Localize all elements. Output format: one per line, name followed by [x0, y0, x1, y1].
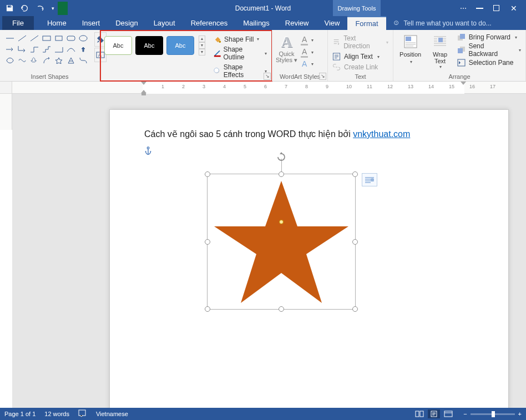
tab-references[interactable]: References — [183, 16, 235, 30]
print-layout-button[interactable] — [428, 409, 440, 418]
status-bar: Page 1 of 1 12 words Vietnamese − + — [0, 408, 526, 420]
group-wordart-styles: A QuickStyles ▾ A▾ A▾ A▾ WordArt Styles … — [272, 30, 328, 81]
maximize-button[interactable] — [490, 4, 503, 12]
shape-style-gallery[interactable]: Abc Abc Abc ▴▾▾ — [103, 32, 206, 59]
resize-handle-nw[interactable] — [205, 171, 210, 177]
addin-icon[interactable] — [58, 2, 68, 15]
shapes-gallery[interactable] — [3, 32, 90, 67]
vertical-ruler[interactable] — [0, 94, 12, 408]
ruler-tick: 2 — [182, 84, 185, 89]
zoom-slider[interactable] — [471, 413, 515, 415]
svg-rect-22 — [416, 411, 419, 417]
tab-layout[interactable]: Layout — [146, 16, 183, 30]
redo-button[interactable] — [33, 2, 48, 15]
style-preset-1[interactable]: Abc — [104, 36, 132, 55]
resize-handle-ne[interactable] — [352, 171, 358, 177]
ruler-tick: 11 — [367, 84, 372, 89]
svg-point-19 — [147, 147, 149, 149]
style-preset-2[interactable]: Abc — [135, 36, 163, 55]
svg-point-4 — [79, 36, 87, 41]
ruler-tick: 9 — [326, 84, 328, 89]
shape-outline-button[interactable]: Shape Outline▾ — [212, 45, 269, 62]
view-buttons — [413, 409, 454, 418]
ruler-tick: 14 — [428, 84, 434, 89]
tab-format[interactable]: Format — [347, 16, 386, 30]
rotate-handle[interactable] — [276, 152, 286, 162]
svg-rect-23 — [420, 411, 423, 417]
wordart-quick-styles[interactable]: A — [281, 33, 292, 51]
shape-styles-launcher[interactable]: ↘ — [264, 73, 271, 80]
tab-mailings[interactable]: Mailings — [235, 16, 277, 30]
group-label-wordart: WordArt Styles — [276, 72, 324, 80]
page: Cách vẽ ngôi sao 5 cánh trong WORD thực … — [109, 109, 509, 408]
quick-access-toolbar: ▾ — [0, 2, 75, 15]
tab-view[interactable]: View — [316, 16, 347, 30]
ribbon-options-button[interactable]: ⋯ — [457, 4, 469, 12]
status-proofing-icon[interactable] — [78, 409, 87, 418]
zoom-control[interactable]: − + — [463, 411, 522, 417]
tab-file[interactable]: File — [2, 16, 34, 30]
position-button[interactable]: Position▾ — [397, 32, 424, 67]
read-mode-button[interactable] — [413, 409, 426, 418]
zoom-in-button[interactable]: + — [518, 411, 522, 417]
shape-effects-button[interactable]: Shape Effects▾ — [212, 63, 269, 79]
group-arrange: Position▾ WrapText ▾ Bring Forward▾ Send… — [393, 30, 526, 81]
shape-selection[interactable] — [207, 174, 356, 310]
tell-me-search[interactable]: Tell me what you want to do... — [386, 16, 498, 30]
tab-review[interactable]: Review — [277, 16, 317, 30]
send-backward-button[interactable]: Send Backward▾ — [456, 42, 522, 58]
resize-handle-sw[interactable] — [205, 306, 210, 312]
resize-handle-s[interactable] — [279, 306, 284, 312]
tab-design[interactable]: Design — [108, 16, 145, 30]
group-label-insert-shapes: Insert Shapes — [3, 72, 96, 80]
svg-rect-12 — [406, 37, 411, 41]
title-bar: ▾ Document1 - Word Drawing Tools ⋯ ✕ — [0, 0, 526, 16]
resize-handle-e[interactable] — [352, 239, 358, 245]
text-direction-button[interactable]: Text Direction▾ — [332, 34, 388, 50]
web-layout-button[interactable] — [442, 409, 454, 418]
tab-home[interactable]: Home — [39, 16, 74, 30]
status-page[interactable]: Page 1 of 1 — [4, 411, 36, 417]
text-outline-button[interactable]: A▾ — [301, 47, 313, 58]
wordart-launcher[interactable]: ↘ — [319, 73, 326, 80]
hyperlink[interactable]: vnkythuat.com — [353, 129, 410, 139]
qat-customize[interactable]: ▾ — [49, 2, 57, 15]
bring-forward-button[interactable]: Bring Forward▾ — [456, 33, 522, 41]
resize-handle-se[interactable] — [352, 306, 358, 312]
svg-rect-25 — [444, 411, 452, 417]
resize-handle-n[interactable] — [279, 171, 284, 177]
ruler-tick: 13 — [408, 84, 413, 89]
ribbon-tabs: File Home Insert Design Layout Reference… — [0, 16, 526, 30]
selection-pane-button[interactable]: Selection Pane — [456, 59, 522, 67]
wrap-text-button[interactable]: WrapText ▾ — [426, 32, 453, 70]
shape-fill-button[interactable]: Shape Fill▾ — [212, 34, 269, 44]
document-text[interactable]: Cách vẽ ngôi sao 5 cánh trong WORD thực … — [144, 129, 410, 139]
create-link-button[interactable]: Create Link — [332, 63, 388, 72]
text-fill-button[interactable]: A▾ — [301, 35, 313, 45]
style-preset-3[interactable]: Abc — [166, 36, 194, 55]
text-effects-button[interactable]: A▾ — [301, 59, 313, 68]
star-shape[interactable] — [211, 178, 352, 306]
close-button[interactable]: ✕ — [506, 4, 522, 13]
status-language[interactable]: Vietnamese — [96, 411, 128, 417]
page-canvas[interactable]: Cách vẽ ngôi sao 5 cánh trong WORD thực … — [12, 94, 526, 408]
svg-rect-21 — [79, 410, 85, 416]
style-gallery-spinner[interactable]: ▴▾▾ — [199, 36, 205, 55]
save-button[interactable] — [2, 2, 17, 15]
ruler-tick: 4 — [223, 84, 226, 89]
group-insert-shapes: A Insert Shapes — [0, 30, 100, 81]
ribbon: A Insert Shapes Abc Abc Abc ▴▾▾ Shape Fi… — [0, 30, 526, 82]
minimize-button[interactable] — [473, 6, 487, 11]
tab-insert[interactable]: Insert — [74, 16, 108, 30]
ruler-tick: 7 — [285, 84, 287, 89]
ruler-tick: 5 — [244, 84, 246, 89]
align-text-button[interactable]: Align Text▾ — [332, 52, 388, 61]
layout-options-button[interactable] — [362, 173, 377, 186]
tell-me-label: Tell me what you want to do... — [404, 19, 492, 27]
status-words[interactable]: 12 words — [44, 411, 69, 417]
shape-adjust-handle[interactable] — [279, 220, 284, 224]
horizontal-ruler[interactable]: 1234567891011121314151617 — [12, 82, 526, 94]
resize-handle-w[interactable] — [205, 239, 210, 245]
zoom-out-button[interactable]: − — [463, 411, 467, 417]
undo-button[interactable] — [18, 2, 32, 15]
